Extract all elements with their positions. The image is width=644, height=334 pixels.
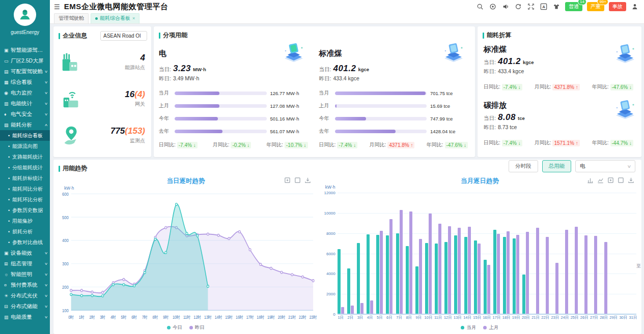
- bar-group[interactable]: 13日: [454, 193, 461, 314]
- bar-group[interactable]: 29日: [610, 193, 617, 314]
- bar-group[interactable]: 28日: [601, 193, 607, 314]
- bar-group[interactable]: 23日: [552, 193, 558, 314]
- bar-group[interactable]: 24日: [562, 193, 568, 314]
- tab-dashboard[interactable]: 管理驾驶舱: [54, 13, 89, 23]
- sidebar-subitem[interactable]: •参数对比曲线: [0, 237, 50, 248]
- stat-label: 监测点: [110, 137, 145, 144]
- sidebar-item[interactable]: ▣智慧能源驾驶舱: [0, 45, 50, 55]
- x-tick-label: 7日: [396, 315, 402, 320]
- bar-当月: [386, 235, 389, 314]
- user-avatar[interactable]: [14, 4, 36, 26]
- bar-group[interactable]: 19日: [513, 193, 519, 314]
- daily-bar-chart[interactable]: kW·h 至 0200040006000800010000120001日2日3日…: [318, 186, 641, 323]
- alarm-pill-normal[interactable]: 普通 14: [565, 2, 582, 11]
- sidebar-item[interactable]: ◉电力监控∨: [0, 87, 50, 98]
- fullscreen-icon[interactable]: [527, 3, 535, 11]
- bar-group[interactable]: 9日: [415, 193, 422, 314]
- alarm-pill-accident[interactable]: 事故: [609, 2, 626, 11]
- sidebar-item[interactable]: ♦电气安全∨: [0, 109, 50, 119]
- legend-item[interactable]: 昨日: [189, 324, 205, 331]
- sidebar-subitem[interactable]: •能耗同比分析: [0, 184, 50, 194]
- legend-label: 上月: [489, 324, 498, 331]
- sidebar-item[interactable]: ▨能耗分析∧: [0, 119, 50, 130]
- bar-group[interactable]: 4日: [367, 193, 373, 314]
- sidebar-item[interactable]: ☼智能照明∨: [0, 269, 50, 280]
- bar-group[interactable]: 2日: [347, 193, 354, 314]
- sidebar-subitem[interactable]: •支路能耗统计: [0, 151, 50, 162]
- bar-group[interactable]: 18日: [503, 193, 510, 314]
- bar-group[interactable]: 10日: [425, 193, 432, 314]
- bar-group[interactable]: 15日: [474, 193, 481, 314]
- sidebar-item[interactable]: ⊞组态管理∨: [0, 258, 50, 269]
- bar-group[interactable]: 1日: [338, 193, 344, 314]
- hourly-line-chart[interactable]: 100200300400500600kW·h0时1时2时3时4时5时6时7时8时…: [53, 186, 318, 323]
- sidebar-subitem[interactable]: •分组能耗统计: [0, 162, 50, 173]
- download-icon[interactable]: [628, 177, 634, 184]
- bar-group[interactable]: 8日: [406, 193, 412, 314]
- legend-item[interactable]: 当月: [461, 324, 476, 331]
- bar-group[interactable]: 21日: [533, 193, 539, 314]
- sidebar-item[interactable]: ▥电能质量∨: [0, 312, 50, 322]
- bar-group[interactable]: 6日: [386, 193, 393, 314]
- bar-group[interactable]: 25日: [571, 193, 578, 314]
- bar-group[interactable]: 26日: [581, 193, 587, 314]
- yoy-item: 年同比:-47.6% ↓: [427, 141, 468, 148]
- sidebar-subitem[interactable]: •能耗综合看板: [0, 130, 50, 141]
- tab-close-icon[interactable]: ×: [132, 16, 135, 21]
- sidebar-item[interactable]: ▤可配置驾驶舱∨: [0, 66, 50, 77]
- bar-group[interactable]: 16日: [484, 193, 490, 314]
- sidebar-item[interactable]: ▥电能统计∨: [0, 98, 50, 109]
- bar-group[interactable]: 20日: [522, 193, 529, 314]
- alarm-pill-severe[interactable]: 严重 99+: [587, 2, 604, 11]
- sidebar-subitem[interactable]: •能耗环比分析: [0, 194, 50, 205]
- restore-icon[interactable]: [618, 177, 624, 184]
- scan-icon[interactable]: [489, 3, 497, 11]
- bar-上月: [400, 210, 403, 314]
- user-icon[interactable]: [631, 3, 639, 11]
- line-chart-icon[interactable]: [597, 177, 604, 184]
- refresh-icon[interactable]: [514, 3, 522, 11]
- zoom-select-icon[interactable]: [284, 177, 291, 184]
- yoy-stats: 日同比:-7.4% ↓月同比:1571.1% ↑年同比:-44.7% ↓: [484, 139, 635, 146]
- download-icon[interactable]: [304, 177, 311, 184]
- sidebar-item[interactable]: ☀分布式光伏∨: [0, 290, 50, 301]
- tab-energy-board[interactable]: 能耗综合看板 ×: [91, 13, 139, 23]
- legend-item[interactable]: 上月: [483, 324, 498, 331]
- sidebar-subitem[interactable]: •损耗分析: [0, 226, 50, 237]
- bar-group[interactable]: 27日: [591, 193, 597, 314]
- zoom-select-icon[interactable]: [607, 177, 614, 184]
- bar-group[interactable]: 3日: [357, 193, 363, 314]
- energy-type-select[interactable]: 电∨: [575, 160, 635, 172]
- yoy-item: 月同比:4371.8% ↑: [535, 83, 580, 90]
- sidebar-item[interactable]: ▭厂区2.5D大屏: [0, 55, 50, 66]
- bar-group[interactable]: 31日: [630, 193, 636, 314]
- bar-group[interactable]: 12日: [444, 193, 451, 314]
- sidebar-item[interactable]: ¤预付费系统∨: [0, 280, 50, 290]
- theme-icon[interactable]: [552, 3, 561, 11]
- bar-group[interactable]: 14日: [464, 193, 471, 314]
- collapse-menu-icon[interactable]: ☰: [54, 3, 60, 11]
- time-slot-button[interactable]: 分时段: [509, 160, 538, 172]
- enterprise-selector[interactable]: ASEAN Road Ol: [100, 31, 147, 41]
- bar-group[interactable]: 5日: [376, 193, 383, 314]
- search-icon[interactable]: [476, 3, 484, 11]
- sidebar-item[interactable]: ▣设备能效∨: [0, 248, 50, 258]
- bar-chart-icon[interactable]: [587, 177, 594, 184]
- legend-label: 昨日: [195, 324, 205, 331]
- bar-group[interactable]: 17日: [493, 193, 500, 314]
- sidebar-subitem[interactable]: •能耗折标统计: [0, 173, 50, 184]
- sidebar-subitem[interactable]: •能源流向图: [0, 141, 50, 151]
- sidebar-item[interactable]: ▦综合看板∨: [0, 77, 50, 87]
- restore-icon[interactable]: [294, 177, 301, 184]
- sound-icon[interactable]: [501, 3, 510, 11]
- total-energy-button[interactable]: 总用能: [542, 160, 572, 172]
- sidebar-subitem[interactable]: •用能集抄: [0, 216, 50, 226]
- bar-group[interactable]: 7日: [396, 193, 403, 314]
- bar-group[interactable]: 30日: [620, 193, 627, 314]
- bar-group[interactable]: 22日: [542, 193, 549, 314]
- font-size-icon[interactable]: A: [540, 3, 548, 11]
- sidebar-subitem[interactable]: •参数历史数据: [0, 205, 50, 216]
- sidebar-item[interactable]: ⊟分布式储能∨: [0, 301, 50, 312]
- bar-group[interactable]: 11日: [435, 193, 441, 314]
- legend-item[interactable]: 今日: [167, 324, 182, 331]
